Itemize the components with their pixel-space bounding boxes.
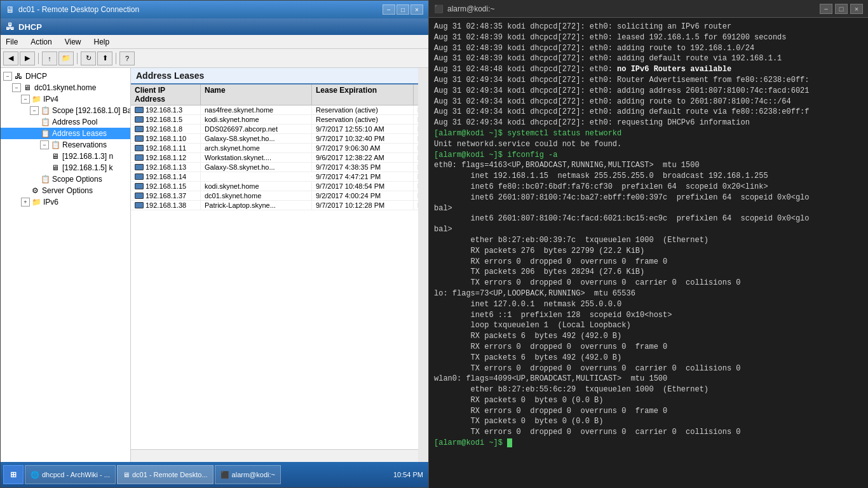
monitor-icon [135, 107, 144, 113]
terminal-maximize[interactable]: □ [835, 4, 848, 14]
terminal-line: Aug 31 02:48:39 kodi dhcpcd[272]: eth0: … [434, 53, 863, 64]
terminal-line: [alarm@kodi ~]$ ifconfig -a [434, 150, 863, 161]
reservations-expander[interactable]: − [40, 140, 49, 149]
taskbar-item-dhcpcd[interactable]: 🌐 dhcpcd - ArchWiki - ... [25, 465, 116, 484]
cell-extra: D [414, 144, 418, 152]
tree-item-scope-options[interactable]: 📋 Scope Options [1, 173, 130, 185]
rdp-minimize[interactable]: − [383, 4, 395, 15]
tree-item-res1[interactable]: 🖥 [192.168.1.3] n [1, 151, 130, 162]
tree-label-ipv6: IPv6 [43, 198, 58, 207]
terminal-cursor [507, 438, 512, 447]
terminal-line: inet6 fe80::bc07:6bdf:fa76:cf30 prefixle… [434, 182, 863, 193]
terminal-controls[interactable]: − □ × [820, 4, 863, 14]
server-expander[interactable]: − [12, 83, 21, 92]
tree-label-leases: Address Leases [52, 129, 107, 138]
table-row[interactable]: 192.168.1.38Patrick-Laptop.skyne...9/7/2… [131, 201, 418, 210]
taskbar-item-rdp[interactable]: 🖥 dc01 - Remote Deskto... [117, 465, 214, 484]
cell-expiry: 9/7/2017 10:12:28 PM [312, 201, 414, 210]
menu-help[interactable]: Help [92, 37, 112, 46]
col-expiry[interactable]: Lease Expiration [312, 85, 414, 105]
ipv4-expander[interactable]: − [21, 95, 30, 104]
monitor-icon [135, 164, 144, 170]
table-row[interactable]: 192.168.1.3nas4free.skynet.homeReservati… [131, 105, 418, 115]
tree-item-res2[interactable]: 🖥 [192.168.1.5] k [1, 162, 130, 173]
tree-item-dhcp[interactable]: − 🖧 DHCP [1, 71, 130, 82]
rdp-task-label: dc01 - Remote Deskto... [132, 471, 208, 478]
cell-name: Galaxy-S8.skynet.ho... [201, 163, 312, 172]
cell-extra: D [414, 153, 418, 162]
ipv6-icon: 📁 [31, 197, 41, 207]
col-name[interactable]: Name [201, 85, 312, 105]
cell-ip: 192.168.1.38 [131, 201, 201, 210]
terminal-line: ether b8:27:eb:00:39:7c txqueuelen 1000 … [434, 235, 863, 246]
rdp-maximize[interactable]: □ [397, 4, 409, 15]
toolbar-folder[interactable]: 📁 [58, 51, 74, 65]
dhcp-icon: 🖧 [6, 22, 15, 32]
terminal-body[interactable]: Aug 31 02:48:35 kodi dhcpcd[272]: eth0: … [429, 18, 868, 488]
toolbar-help[interactable]: ? [119, 51, 135, 65]
table-row[interactable]: 192.168.1.8DDS026697.abcorp.net9/7/2017 … [131, 125, 418, 134]
tree-item-leases[interactable]: 📋 Address Leases [1, 128, 130, 139]
main-scrollbar[interactable] [418, 68, 428, 462]
dhcp-icon-tree: 🖧 [13, 71, 24, 81]
table-row[interactable]: 192.168.1.149/7/2017 4:47:21 PMD [131, 172, 418, 182]
cell-expiry: Reservation (active) [312, 115, 414, 124]
cell-extra: D [414, 134, 418, 143]
menu-file[interactable]: File [3, 37, 20, 46]
tree-item-ipv6[interactable]: + 📁 IPv6 [1, 196, 130, 208]
tree-label-res1: [192.168.1.3] n [62, 152, 113, 161]
monitor-icon [135, 193, 144, 199]
table-row[interactable]: 192.168.1.37dc01.skynet.home9/2/2017 4:0… [131, 191, 418, 201]
table-row[interactable]: 192.168.1.5kodi.skynet.homeReservation (… [131, 115, 418, 125]
cell-ip: 192.168.1.14 [131, 172, 201, 181]
tree-panel[interactable]: − 🖧 DHCP − 🖥 dc01.skynet.home − 📁 IPv4 [1, 68, 131, 462]
monitor-icon [135, 116, 144, 123]
pool-icon: 📋 [40, 117, 50, 127]
menu-action[interactable]: Action [28, 37, 54, 46]
rdp-title: dc01 - Remote Desktop Connection [18, 5, 139, 14]
toolbar-refresh[interactable]: ↻ [81, 51, 96, 65]
tree-item-reservations[interactable]: − 📋 Reservations [1, 139, 130, 151]
terminal-close[interactable]: × [850, 4, 863, 14]
cell-name: nas4free.skynet.home [201, 105, 312, 114]
table-row[interactable]: 192.168.1.12Workstation.skynet....9/6/20… [131, 153, 418, 163]
ipv6-expander[interactable]: + [21, 198, 30, 207]
terminal-minimize[interactable]: − [820, 4, 832, 14]
monitor-icon [135, 126, 144, 132]
rdp-controls[interactable]: − □ × [383, 4, 423, 15]
start-button[interactable]: ⊞ [3, 465, 24, 484]
table-row[interactable]: 192.168.1.13Galaxy-S8.skynet.ho...9/7/20… [131, 163, 418, 172]
terminal-line: RX packets 0 bytes 0 (0.0 B) [434, 395, 863, 406]
table-row[interactable]: 192.168.1.15kodi.skynet.home9/7/2017 10:… [131, 182, 418, 191]
menu-view[interactable]: View [62, 37, 84, 46]
tree-label-ipv4: IPv4 [43, 95, 58, 104]
tree-item-scope[interactable]: − 📋 Scope [192.168.1.0] Ba [1, 105, 130, 116]
cell-extra: D [414, 105, 418, 114]
tree-item-server[interactable]: − 🖥 dc01.skynet.home [1, 82, 130, 93]
dhcp-expander[interactable]: − [3, 72, 12, 81]
monitor-icon [135, 145, 144, 151]
tree-item-pool[interactable]: 📋 Address Pool [1, 116, 130, 128]
tree-item-ipv4[interactable]: − 📁 IPv4 [1, 93, 130, 105]
table-row[interactable]: 192.168.1.11arch.skynet.home9/7/2017 9:0… [131, 144, 418, 153]
tree-label-reservations: Reservations [62, 140, 107, 149]
cell-extra: D [414, 191, 418, 200]
taskbar-item-terminal[interactable]: ⬛ alarm@kodi:~ [215, 465, 281, 484]
rdp-close[interactable]: × [410, 4, 423, 15]
tree-item-server-options[interactable]: ⚙ Server Options [1, 185, 130, 196]
toolbar-forward[interactable]: ▶ [20, 51, 35, 65]
table-row[interactable]: 192.168.1.10Galaxy-S8.skynet.ho...9/7/20… [131, 134, 418, 144]
toolbar-up[interactable]: ↑ [42, 51, 57, 65]
terminal-prompt-line[interactable]: [alarm@kodi ~]$ [434, 438, 863, 449]
cell-name: kodi.skynet.home [201, 115, 312, 124]
terminal-line: inet 192.168.1.15 netmask 255.255.255.0 … [434, 171, 863, 182]
cell-name: kodi.skynet.home [201, 182, 312, 191]
toolbar-back[interactable]: ◀ [3, 51, 18, 65]
terminal-line: bal> [434, 224, 863, 235]
scope-options-icon: 📋 [40, 174, 50, 184]
scope-expander[interactable]: − [30, 106, 39, 115]
cell-name [201, 176, 312, 177]
dhcp-content: − 🖧 DHCP − 🖥 dc01.skynet.home − 📁 IPv4 [1, 68, 428, 462]
col-ip[interactable]: Client IP Address [131, 85, 201, 105]
toolbar-export[interactable]: ⬆ [97, 51, 112, 65]
